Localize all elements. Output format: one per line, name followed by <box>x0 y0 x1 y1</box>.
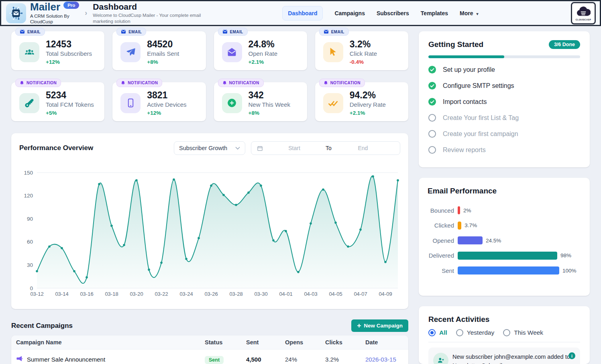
stat-label: Emails Sent <box>147 50 179 57</box>
getting-started-item[interactable]: Import contacts <box>428 98 580 106</box>
activity-filter-all[interactable]: All <box>428 329 447 336</box>
cursor-icon <box>323 42 343 62</box>
svg-text:150: 150 <box>24 170 33 176</box>
getting-started-item[interactable]: Create your first campaign <box>428 130 580 138</box>
bar-label: Clicked <box>428 222 454 229</box>
notification-badge: NOTIFICATION <box>116 79 162 87</box>
date-end-input[interactable]: End <box>332 145 394 151</box>
email-badge: EMAIL <box>116 28 146 36</box>
campaign-name: Summer Sale Announcement <box>16 355 195 363</box>
nav-more[interactable]: More ▾ <box>460 10 478 16</box>
key-icon <box>19 93 39 113</box>
new-campaign-button[interactable]: New Campaign <box>351 319 408 332</box>
getting-started-list: Set up your profileConfigure SMTP settin… <box>428 66 580 154</box>
subscriber-growth-chart: 030609012015003-1203-1403-1603-1803-2003… <box>19 167 400 300</box>
date-start-input[interactable]: Start <box>263 145 326 151</box>
stat-delta: +12% <box>147 110 186 116</box>
notification-badge: NOTIFICATION <box>218 79 264 87</box>
metric-select-value: Subscriber Growth <box>179 145 227 151</box>
svg-text:04-07: 04-07 <box>354 291 367 297</box>
recent-activities-card: Recent Activities AllYesterdayThis Week … <box>419 306 590 364</box>
app-header: Mailer Pro A CRM Solution By CloudCusp ›… <box>0 0 601 26</box>
bar-value: 2% <box>463 207 471 214</box>
status-badge: Sent <box>205 356 224 364</box>
bar-value: 100% <box>562 268 577 274</box>
nav-campaigns[interactable]: Campaigns <box>334 10 365 16</box>
svg-text:30: 30 <box>27 262 33 268</box>
done-badge: 3/6 Done <box>549 40 580 49</box>
nav-dashboard[interactable]: Dashboard <box>282 6 323 20</box>
check-circle-icon <box>428 98 436 106</box>
getting-started-item[interactable]: Set up your profile <box>428 66 580 73</box>
svg-text:120: 120 <box>24 193 33 199</box>
svg-text:03-16: 03-16 <box>80 291 93 297</box>
getting-started-progress <box>428 55 580 58</box>
getting-started-item[interactable]: Create Your first List & Tag <box>428 114 580 122</box>
page-head: Dashboard Welcome to CloudCusp Mailer - … <box>93 2 203 24</box>
mail-open-icon <box>222 42 242 62</box>
stat-value: 342 <box>249 90 290 100</box>
date-range-picker[interactable]: Start To End <box>251 141 400 155</box>
stat-label: Active Devices <box>147 101 186 108</box>
info-icon[interactable]: i <box>568 352 575 359</box>
empty-circle-icon <box>428 114 436 122</box>
campaigns-table: Campaign NameStatusSentOpensClicksDate S… <box>11 336 408 364</box>
stat-label: Click Rate <box>350 50 377 57</box>
nav-templates[interactable]: Templates <box>421 10 448 16</box>
svg-text:03-28: 03-28 <box>229 291 242 297</box>
stat-card-delivery-rate: NOTIFICATION94.2%Delivery Rate+2.1% <box>315 82 408 121</box>
chevron-down-icon <box>235 146 240 150</box>
svg-text:03-12: 03-12 <box>30 291 43 297</box>
svg-text:04-05: 04-05 <box>329 291 342 297</box>
bar-value: 98% <box>560 252 571 258</box>
person-plus-icon <box>433 353 448 364</box>
empty-circle-icon <box>428 146 436 154</box>
activity-filter-this-week[interactable]: This Week <box>503 329 543 336</box>
email-performance-bars: Bounced2%Clicked3.7%Opened24.5%Delivered… <box>428 206 581 275</box>
bar-value: 24.5% <box>486 238 501 244</box>
svg-text:03-24: 03-24 <box>179 291 193 297</box>
stat-delta: +12% <box>46 59 92 65</box>
stat-value: 3821 <box>147 90 186 100</box>
getting-started-label: Set up your profile <box>443 66 495 73</box>
page-subtitle: Welcome to CloudCusp Mailer - Your compl… <box>93 12 203 24</box>
stat-text: 84520Emails Sent+8% <box>147 39 179 65</box>
check-circle-icon <box>428 66 436 73</box>
campaigns-table-card: Campaign NameStatusSentOpensClicksDate S… <box>11 336 408 364</box>
campaign-row[interactable]: Summer Sale AnnouncementSent4,50024%3.2%… <box>11 350 408 364</box>
recent-activities-title: Recent Activities <box>428 315 580 324</box>
svg-text:03-22: 03-22 <box>155 291 168 297</box>
cloudcusp-logo-text: CLOUDCUSP <box>576 18 591 21</box>
stat-delta: +8% <box>147 59 179 65</box>
bar-label: Opened <box>428 237 454 244</box>
stat-label: Delivery Rate <box>350 101 386 108</box>
bar <box>458 252 557 260</box>
svg-text:04-09: 04-09 <box>379 291 392 297</box>
svg-text:03-20: 03-20 <box>130 291 143 297</box>
recent-campaigns-title: Recent Campaigns <box>11 322 73 330</box>
svg-text:60: 60 <box>27 239 33 245</box>
getting-started-item[interactable]: Review reports <box>428 146 580 154</box>
calendar-icon <box>257 145 263 151</box>
metric-select[interactable]: Subscriber Growth <box>174 141 245 155</box>
page-title: Dashboard <box>93 2 203 12</box>
filter-label: This Week <box>514 329 543 336</box>
activity-filters: AllYesterdayThis Week <box>428 329 580 336</box>
stat-card-total-fcm-tokens: NOTIFICATION5234Total FCM Tokens+5% <box>11 82 104 121</box>
email-performance-title: Email Performance <box>428 187 581 195</box>
stat-value: 3.2% <box>350 39 377 49</box>
getting-started-label: Configure SMTP settings <box>443 82 514 89</box>
email-performance-row-opened: Opened24.5% <box>428 236 581 244</box>
radio-icon <box>428 329 436 336</box>
plus-icon <box>357 323 361 328</box>
getting-started-item[interactable]: Configure SMTP settings <box>428 82 580 89</box>
brand-tagline: A CRM Solution By CloudCusp <box>30 13 77 25</box>
campaign-sent: 4,500 <box>241 350 280 364</box>
email-performance-row-sent: Sent100% <box>428 266 581 275</box>
activity-filter-yesterday[interactable]: Yesterday <box>456 329 494 336</box>
column-header-status: Status <box>200 336 241 350</box>
stat-delta: +2.1% <box>350 110 386 116</box>
column-header-date: Date <box>361 336 408 350</box>
bar-label: Delivered <box>428 252 454 259</box>
nav-subscribers[interactable]: Subscribers <box>377 10 409 16</box>
